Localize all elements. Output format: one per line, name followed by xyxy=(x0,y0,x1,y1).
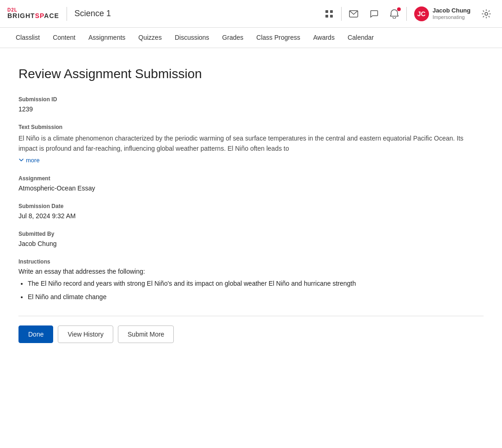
nav-content[interactable]: Content xyxy=(46,28,82,48)
avatar-initials: JC xyxy=(417,10,426,18)
text-submission-content: El Niño is a climate phenomenon characte… xyxy=(18,133,484,154)
page-title: Review Assignment Submission xyxy=(18,67,484,81)
chat-icon[interactable] xyxy=(366,6,382,22)
done-button[interactable]: Done xyxy=(18,325,53,343)
course-title: Science 1 xyxy=(74,9,111,18)
nav-class-progress[interactable]: Class Progress xyxy=(250,28,307,48)
submission-id-block: Submission ID 1239 xyxy=(18,96,484,113)
more-label: more xyxy=(26,157,40,164)
top-header: D2L BRIGHTSPACE Science 1 xyxy=(0,0,502,28)
header-right: JC Jacob Chung Impersonating xyxy=(321,5,495,23)
avatar-info: Jacob Chung Impersonating xyxy=(433,7,471,20)
submit-more-button[interactable]: Submit More xyxy=(118,325,174,343)
header-left: D2L BRIGHTSPACE Science 1 xyxy=(7,7,111,21)
main-content: Review Assignment Submission Submission … xyxy=(0,48,502,448)
instructions-item-2: El Niño and climate change xyxy=(28,292,484,302)
svg-rect-2 xyxy=(325,15,328,18)
notification-icon[interactable] xyxy=(386,6,403,22)
nav-grades[interactable]: Grades xyxy=(216,28,250,48)
text-submission-block: Text Submission El Niño is a climate phe… xyxy=(18,124,484,164)
user-avatar-button[interactable]: JC Jacob Chung Impersonating xyxy=(410,5,474,23)
grid-icon[interactable] xyxy=(321,6,337,22)
svg-rect-1 xyxy=(330,10,333,13)
submission-date-label: Submission Date xyxy=(18,203,484,209)
header-divider-2 xyxy=(341,7,342,21)
header-divider xyxy=(67,7,67,21)
avatar-name: Jacob Chung xyxy=(433,7,471,14)
nav-discussions[interactable]: Discussions xyxy=(168,28,216,48)
submission-date-block: Submission Date Jul 8, 2024 9:32 AM xyxy=(18,203,484,220)
svg-rect-0 xyxy=(325,10,328,13)
svg-rect-3 xyxy=(330,15,333,18)
text-submission-preview: El Niño is a climate phenomenon characte… xyxy=(18,135,464,152)
footer-actions: Done View History Submit More xyxy=(18,316,484,343)
nav-awards[interactable]: Awards xyxy=(306,28,341,48)
assignment-value: Atmospheric-Ocean Essay xyxy=(18,184,484,192)
nav-quizzes[interactable]: Quizzes xyxy=(132,28,168,48)
submission-date-value: Jul 8, 2024 9:32 AM xyxy=(18,212,484,220)
instructions-list: The El Niño record and years with strong… xyxy=(28,279,484,302)
avatar-circle: JC xyxy=(414,6,429,21)
svg-point-5 xyxy=(485,12,488,15)
instructions-label: Instructions xyxy=(18,258,484,265)
submitted-by-value: Jacob Chung xyxy=(18,240,484,247)
nav-classlist[interactable]: Classlist xyxy=(9,28,46,48)
text-submission-label: Text Submission xyxy=(18,124,484,130)
settings-icon[interactable] xyxy=(478,6,495,22)
notification-dot xyxy=(397,7,401,11)
submission-id-label: Submission ID xyxy=(18,96,484,103)
logo-brightspace: BRIGHTSPACE xyxy=(7,12,59,19)
avatar-sub: Impersonating xyxy=(433,14,471,20)
more-link[interactable]: more xyxy=(18,157,40,164)
submission-id-value: 1239 xyxy=(18,105,484,113)
assignment-block: Assignment Atmospheric-Ocean Essay xyxy=(18,175,484,192)
view-history-button[interactable]: View History xyxy=(58,325,113,343)
nav-assignments[interactable]: Assignments xyxy=(82,28,132,48)
instructions-item-1: The El Niño record and years with strong… xyxy=(28,279,484,288)
instructions-intro: Write an essay that addresses the follow… xyxy=(18,268,484,275)
header-divider-3 xyxy=(406,7,407,21)
nav-calendar[interactable]: Calendar xyxy=(341,28,380,48)
assignment-label: Assignment xyxy=(18,175,484,182)
submitted-by-label: Submitted By xyxy=(18,231,484,237)
mail-icon[interactable] xyxy=(345,6,362,22)
submitted-by-block: Submitted By Jacob Chung xyxy=(18,231,484,247)
nav-bar: Classlist Content Assignments Quizzes Di… xyxy=(0,28,502,48)
instructions-block: Instructions Write an essay that address… xyxy=(18,258,484,302)
chevron-down-icon xyxy=(18,157,24,163)
logo-area: D2L BRIGHTSPACE xyxy=(7,7,59,19)
